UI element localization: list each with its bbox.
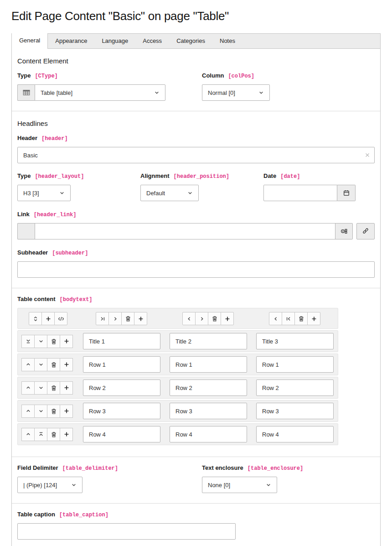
link-browser-button[interactable] [335, 223, 353, 239]
table-cell-input[interactable] [170, 380, 247, 396]
move-row-up-button[interactable] [21, 428, 35, 441]
move-row-to-top-button[interactable] [34, 428, 47, 441]
subheader-input[interactable] [17, 261, 375, 278]
colpos-select[interactable]: Normal [0] [202, 84, 270, 101]
chevron-right-icon [199, 316, 205, 322]
table-cell-input[interactable] [170, 426, 247, 442]
trash-icon [51, 338, 57, 344]
table-cell-input[interactable] [256, 356, 334, 373]
table-cell-input[interactable] [83, 380, 160, 396]
table-cell-input[interactable] [170, 403, 247, 419]
field-tag: [bodytext] [60, 296, 93, 303]
tab-general[interactable]: General [11, 33, 48, 49]
delete-column-button[interactable] [208, 312, 221, 325]
code-view-button[interactable] [54, 312, 67, 325]
move-column-left-button[interactable] [269, 312, 282, 325]
chevron-down-icon [38, 385, 44, 390]
table-cell-input[interactable] [256, 426, 334, 442]
chevron-down-icon [266, 482, 271, 488]
move-row-down-button[interactable] [34, 381, 47, 395]
header-layout-select[interactable]: H3 [3] [17, 185, 71, 201]
add-row-button[interactable] [60, 381, 73, 395]
header-position-select[interactable]: Default [140, 185, 199, 201]
field-tag: [header_link] [34, 212, 77, 218]
section-heading: Headlines [17, 120, 375, 127]
field-label: Subheader [17, 249, 48, 256]
table-row [17, 377, 338, 399]
table-delimiter-select[interactable]: | (Pipe) [124] [17, 477, 83, 493]
plus-icon [64, 385, 69, 390]
section-table-content: Table content [bodytext] [12, 288, 380, 457]
field-tag: [subheader] [52, 250, 88, 256]
move-row-to-bottom-button[interactable] [21, 335, 35, 348]
delete-row-button[interactable] [47, 405, 60, 418]
move-column-right-button[interactable] [195, 312, 208, 325]
move-row-down-button[interactable] [34, 405, 47, 418]
add-column-button[interactable] [307, 312, 320, 325]
header-input[interactable] [17, 147, 375, 163]
field-tag: [CType] [35, 73, 57, 79]
section-headlines: Headlines Header [header] Type [12, 111, 380, 288]
add-row-button[interactable] [60, 428, 73, 441]
table-caption-input[interactable] [17, 523, 236, 540]
tab-appearance[interactable]: Appearance [48, 34, 94, 48]
section-table-options: Field Delimiter [table_delimiter] | (Pip… [12, 457, 380, 503]
add-button[interactable] [41, 312, 55, 325]
table-cell-input[interactable] [83, 333, 160, 349]
tab-access[interactable]: Access [135, 34, 169, 48]
field-header-link: Link [header_link] [17, 211, 375, 239]
move-row-down-button[interactable] [34, 335, 47, 348]
table-cell-input[interactable] [170, 333, 247, 349]
table-cell-input[interactable] [83, 403, 160, 419]
date-picker-button[interactable] [337, 185, 356, 201]
add-row-button[interactable] [60, 405, 73, 418]
move-column-left-button[interactable] [182, 312, 196, 325]
add-row-button[interactable] [60, 335, 73, 348]
field-tag: [date] [280, 173, 300, 180]
move-row-to-top-icon [38, 432, 44, 437]
header-link-input[interactable] [35, 223, 335, 239]
delete-row-button[interactable] [47, 428, 60, 441]
move-row-up-button[interactable] [21, 405, 35, 418]
move-row-down-button[interactable] [34, 358, 47, 371]
tab-notes[interactable]: Notes [212, 34, 242, 48]
table-cell-input[interactable] [83, 356, 160, 373]
link-wizard-button[interactable] [356, 223, 375, 239]
move-column-right-button[interactable] [108, 312, 122, 325]
move-row-up-button[interactable] [21, 381, 35, 395]
add-column-button[interactable] [134, 312, 147, 325]
table-row [17, 423, 338, 445]
field-header: Header [header] [17, 135, 375, 163]
chevron-left-icon [273, 316, 279, 322]
tab-language[interactable]: Language [94, 34, 135, 48]
move-row-up-button[interactable] [21, 358, 35, 371]
field-tag: [header_position] [174, 173, 229, 180]
delete-column-button[interactable] [294, 312, 308, 325]
trash-icon [212, 316, 217, 322]
row-controls [22, 428, 75, 441]
ctype-select[interactable]: Table [table] [35, 84, 165, 101]
field-table-caption: Table caption [table_caption] [17, 511, 375, 540]
chevron-down-icon [71, 482, 77, 488]
tab-categories[interactable]: Categories [169, 34, 212, 48]
add-column-button[interactable] [221, 312, 234, 325]
delete-column-button[interactable] [121, 312, 134, 325]
move-column-to-start-button[interactable] [282, 312, 295, 325]
table-enclosure-select[interactable]: None [0] [202, 477, 277, 493]
chevron-right-icon [113, 316, 118, 322]
clear-icon[interactable] [365, 152, 370, 158]
table-cell-input[interactable] [256, 333, 334, 349]
delete-row-button[interactable] [47, 358, 60, 371]
move-column-to-end-button[interactable] [96, 312, 109, 325]
table-cell-input[interactable] [256, 403, 334, 419]
link-record-slot [17, 223, 35, 239]
link-icon [362, 228, 369, 234]
table-cell-input[interactable] [256, 380, 334, 396]
table-cell-input[interactable] [170, 356, 247, 373]
add-row-button[interactable] [60, 358, 73, 371]
delete-row-button[interactable] [47, 381, 60, 395]
date-input[interactable] [263, 185, 337, 201]
delete-row-button[interactable] [47, 335, 60, 348]
table-cell-input[interactable] [83, 426, 160, 442]
reorder-button[interactable] [29, 312, 42, 325]
